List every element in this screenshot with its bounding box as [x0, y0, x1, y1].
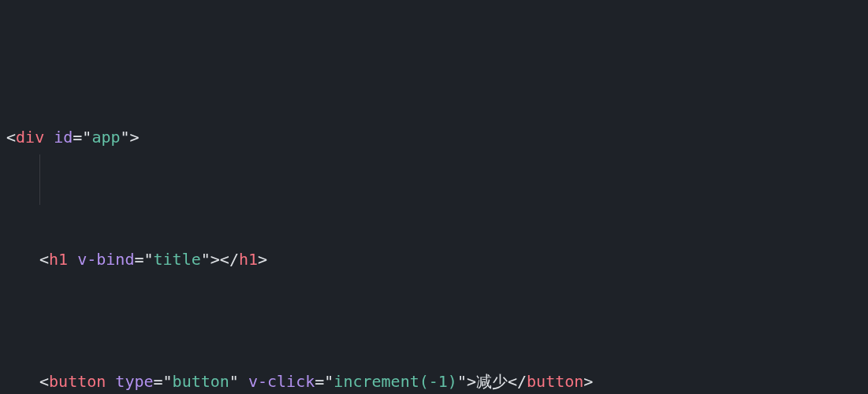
code-line: <h1 v-bind="title"></h1> [6, 247, 862, 272]
indent-guide [39, 154, 40, 205]
code-line: <button type="button" v-click="increment… [6, 370, 862, 394]
code-editor[interactable]: <div id="app"> <h1 v-bind="title"></h1> … [0, 0, 868, 394]
code-line: <div id="app"> [6, 125, 862, 150]
